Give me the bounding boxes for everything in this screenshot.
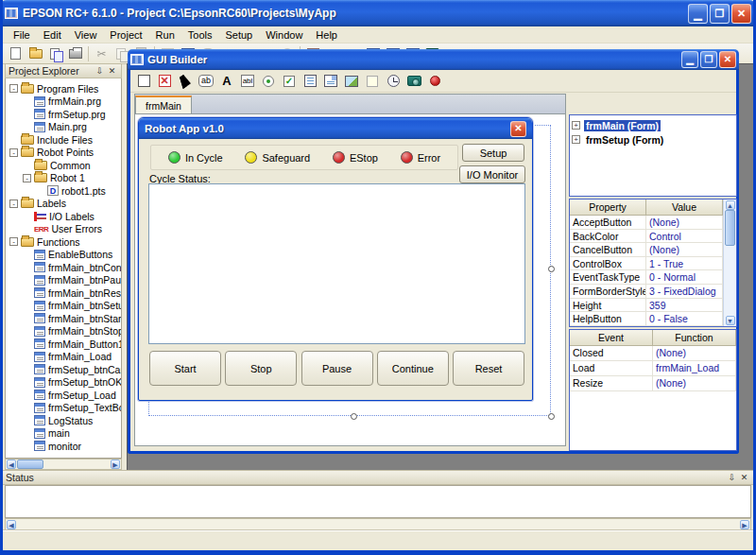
grid-row[interactable]: Height359 [570,299,723,313]
menu-help[interactable]: Help [309,27,344,43]
gb-close-button[interactable]: ✕ [719,51,736,68]
stop-button[interactable]: Stop [225,351,297,386]
tree-item[interactable]: Include Files [6,133,121,147]
select-tool-icon[interactable] [176,72,195,91]
start-button[interactable]: Start [149,351,221,386]
menu-setup[interactable]: Setup [218,27,259,43]
checkbox-control-icon[interactable]: ✓ [280,72,299,91]
tree-item[interactable]: -Robot Points [6,147,121,160]
menu-edit[interactable]: Edit [37,27,68,43]
grid-cell-value[interactable]: (None) [653,346,736,360]
project-tree-hscrollbar[interactable]: ◀ ▶ [5,459,122,470]
expand-icon[interactable]: + [572,135,580,144]
scroll-right-icon[interactable]: ▶ [740,520,749,529]
grid-header-cell[interactable]: Event [570,330,653,346]
property-grid-scrollbar[interactable]: ▲ ▼ [723,199,736,326]
tree-item[interactable]: frmSetup_btnOK [6,376,121,390]
grid-cell-value[interactable]: 359 [646,299,723,312]
tree-item[interactable]: frmSetup_btnCan [6,363,121,376]
design-canvas[interactable]: Robot App v1.0 ✕ In CycleSafeguardEStopE… [134,113,566,446]
tree-item[interactable]: frmMain_Load [6,351,121,364]
tree-item[interactable]: frmMain_btnStop [6,325,121,338]
menu-view[interactable]: View [68,27,104,43]
expand-icon[interactable]: + [572,121,580,130]
menu-window[interactable]: Window [259,27,309,43]
print-icon[interactable] [66,45,84,62]
tree-item[interactable]: frmMain_btnSetu [6,300,121,313]
grid-cell-value[interactable]: 0 - Normal [646,270,723,284]
tree-item[interactable]: frmMain_btnStart [6,312,121,325]
tree-item[interactable]: Common [6,159,121,172]
status-output[interactable] [5,485,751,518]
open-icon[interactable] [26,45,44,62]
grid-cell-value[interactable]: (None) [653,376,736,390]
grid-cell-value[interactable]: 1 - True [646,257,723,270]
grid-header-cell[interactable]: Function [653,330,736,346]
reset-button[interactable]: Reset [453,351,524,386]
grid-row[interactable]: BackColorControl [570,230,723,244]
maximize-button[interactable]: ❐ [710,4,730,24]
textbox-control-icon[interactable]: abl [238,72,257,91]
combobox-control-icon[interactable] [321,72,340,91]
resize-handle-right[interactable] [548,266,555,272]
grid-header-cell[interactable]: Value [646,199,723,216]
tree-item[interactable]: frmSetup_Load [6,389,121,402]
grid-row[interactable]: EventTaskType0 - Normal [570,270,723,285]
tree-item[interactable]: -Robot 1 [6,172,121,185]
resize-handle-corner[interactable] [548,413,555,420]
tree-item[interactable]: ERRUser Errors [6,223,121,236]
tree-item[interactable]: LogStatus [6,414,121,427]
tree-item[interactable]: I/O Labels [6,210,121,223]
grid-cell-value[interactable]: Control [646,230,723,243]
tree-item[interactable]: -Labels [6,198,121,211]
groupbox-control-icon[interactable] [363,72,382,91]
scroll-up-icon[interactable]: ▲ [726,200,735,210]
tree-item[interactable]: frmSetup_TextBo [6,402,121,415]
listbox-control-icon[interactable] [301,72,319,91]
tree-item[interactable]: -Functions [6,235,121,249]
menu-tools[interactable]: Tools [181,27,219,43]
close-panel-icon[interactable]: ✕ [738,473,750,482]
grid-row[interactable]: Resize(None) [570,376,736,391]
grid-row[interactable]: AcceptButton(None) [570,216,723,230]
continue-button[interactable]: Continue [377,351,449,386]
timer-control-icon[interactable] [384,72,403,91]
forms-tree-item[interactable]: +frmSetup (Form) [572,132,734,147]
tree-item[interactable]: main [6,427,121,441]
video-control-icon[interactable] [404,72,423,91]
scroll-right-icon[interactable]: ▶ [111,460,120,469]
picturebox-control-icon[interactable] [342,72,361,91]
save-all-icon[interactable] [46,45,64,62]
grid-cell-value[interactable]: (None) [646,216,723,229]
forms-tree-item[interactable]: +frmMain (Form) [572,118,734,132]
tree-item[interactable]: frmMain_btnPau [6,274,121,287]
designed-form[interactable]: Robot App v1.0 ✕ In CycleSafeguardEStopE… [138,117,533,401]
grid-row[interactable]: Closed(None) [570,346,736,361]
button-control-icon[interactable]: ab [197,72,215,91]
tree-item[interactable]: frmMain.prg [6,95,121,109]
minimize-button[interactable]: ▁ [688,4,708,24]
grid-cell-value[interactable]: 3 - FixedDialog [646,285,723,298]
grid-cell-value[interactable]: frmMain_Load [653,361,736,375]
grid-row[interactable]: ControlBox1 - True [570,257,723,271]
menu-file[interactable]: File [7,27,37,43]
gb-maximize-button[interactable]: ❐ [700,51,717,68]
grid-row[interactable]: CancelButton(None) [570,243,723,257]
collapse-icon[interactable]: - [23,174,31,182]
pin-icon[interactable]: ⇩ [726,473,738,482]
tree-item[interactable]: Drobot1.pts [6,184,121,198]
tree-item[interactable]: EnableButtons [6,249,121,262]
cycle-status-listbox[interactable] [148,183,525,344]
scroll-left-icon[interactable]: ◀ [7,520,16,529]
tree-item[interactable]: -Program Files [6,82,121,95]
scroll-thumb[interactable] [17,460,43,469]
radiobutton-control-icon[interactable] [259,72,278,91]
delete-form-icon[interactable]: ✕ [155,72,174,91]
label-control-icon[interactable]: A [217,72,236,91]
tree-item[interactable]: Main.prg [6,121,121,134]
setup-button[interactable]: Setup [462,144,524,162]
scroll-left-icon[interactable]: ◀ [7,460,16,469]
title-bar[interactable]: EPSON RC+ 6.1.0 - Project C:\EpsonRC60\P… [0,0,756,26]
menu-run[interactable]: Run [149,27,181,43]
io-monitor-button[interactable]: I/O Monitor [459,165,525,183]
